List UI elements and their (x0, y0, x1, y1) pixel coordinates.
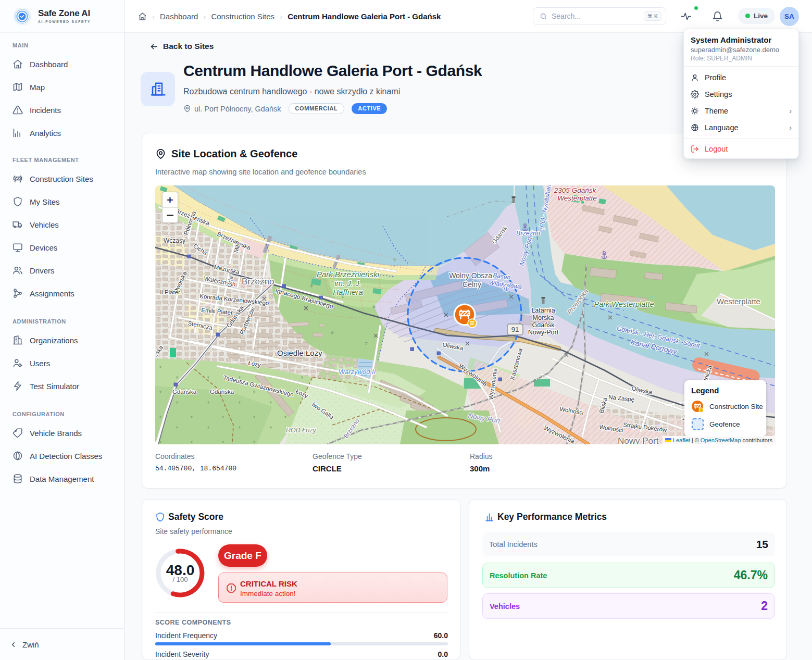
svg-text:Nowy Port: Nowy Port (618, 436, 659, 444)
svg-text:...li Plater: ...li Plater (155, 289, 180, 295)
svg-text:Nowy-Port: Nowy-Port (528, 329, 559, 336)
svg-text:Westerplatte: Westerplatte (557, 194, 597, 202)
svg-text:Warzywód II: Warzywód II (339, 368, 376, 376)
svg-text:im. J. J.: im. J. J. (334, 279, 361, 288)
svg-text:ROD Łozy: ROD Łozy (286, 427, 316, 434)
svg-text:Celny: Celny (463, 280, 481, 289)
svg-text:Westerplatte: Westerplatte (717, 297, 760, 306)
svg-text:Haffnera: Haffnera (333, 288, 363, 296)
svg-text:91: 91 (511, 326, 519, 333)
svg-text:Brzeźno: Brzeźno (516, 230, 540, 237)
svg-text:Brzeźno: Brzeźno (242, 277, 274, 287)
svg-text:Gdańsk: Gdańsk (532, 321, 555, 329)
svg-text:Wolny Obszar: Wolny Obszar (449, 271, 495, 280)
svg-text:Wczasy: Wczasy (164, 237, 185, 244)
svg-text:Park Westerplatte: Park Westerplatte (594, 300, 654, 308)
svg-text:Gdańska: Gdańska (172, 389, 197, 395)
svg-text:Osiedle Łozy: Osiedle Łozy (277, 348, 322, 357)
svg-text:Gdańska: Gdańska (210, 389, 234, 395)
svg-text:Morska: Morska (533, 314, 554, 321)
svg-text:/ 100: / 100 (173, 576, 188, 583)
svg-text:Latarnia: Latarnia (531, 307, 555, 314)
svg-text:2305 Gdańsk: 2305 Gdańsk (554, 186, 597, 194)
svg-text:Park Brzeźnieński: Park Brzeźnieński (317, 270, 380, 279)
